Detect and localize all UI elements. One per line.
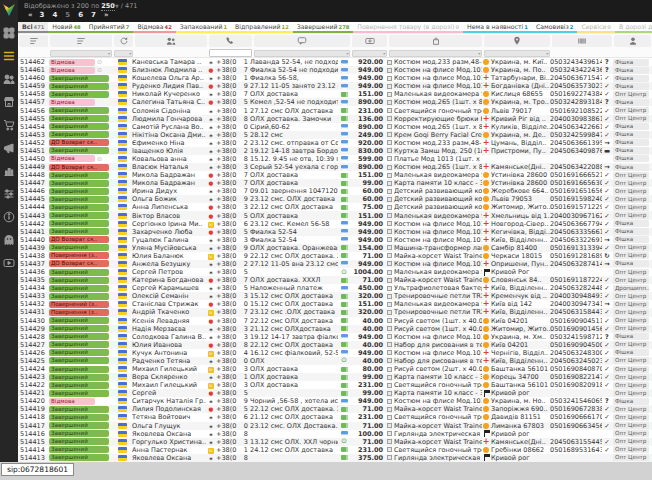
order-status[interactable]: Завершений (48, 454, 112, 461)
order-product[interactable]: Карта памяти 10 класс - 32Гб *1.. (386, 389, 482, 397)
order-status[interactable]: Завершений (48, 341, 112, 348)
order-row[interactable]: 514426 Завершений Кучук Антонина lc +38(… (18, 349, 652, 357)
order-row[interactable]: 514440 ДО Возврат ск.. Гуцалюк Галина * … (18, 236, 652, 244)
client-phone[interactable]: +38(0 (216, 454, 240, 462)
order-row[interactable]: 514433 Завершений Олексій Семанін * +38(… (18, 292, 652, 300)
tracking-number[interactable]: 20450636677947 (550, 220, 602, 228)
client-phone[interactable]: +38(0 (216, 430, 240, 438)
client-phone[interactable]: +38(0 (216, 236, 240, 244)
tracking-number[interactable]: 0501691666521 (550, 171, 602, 179)
order-comment[interactable]: ОЛХ доставка (250, 212, 338, 220)
order-row[interactable]: 514419 Завершений Лилия Подолинская ● +3… (18, 405, 652, 413)
client-name[interactable]: Сергей Карамышев (132, 284, 206, 292)
order-product[interactable]: Костюм мод.233 разм,48-58 (1.. (386, 58, 482, 66)
client-phone[interactable]: +38(0 (216, 220, 240, 228)
product-filter-select[interactable]: ▾ (389, 50, 482, 57)
client-phone[interactable]: +38(0 (216, 422, 240, 430)
order-row[interactable]: 514438 Повернення (з.. Юлия Баланюк lc +… (18, 252, 652, 260)
sidebar-mask-icon[interactable] (2, 233, 16, 247)
tab-11[interactable]: Сервіси0 (577, 22, 614, 33)
delivery-address[interactable]: +Татарбунари, Ві.. (482, 74, 550, 82)
client-phone[interactable]: +38(0 (216, 292, 240, 300)
tracking-number[interactable]: 0501690822147 (550, 373, 602, 381)
delivery-address[interactable]: +Богданівка (Дні.. (482, 82, 550, 90)
order-product[interactable]: Карта памяти 10 класс - 32ГБ *1.. (386, 179, 482, 187)
client-name[interactable]: Анна Липенська (132, 203, 206, 211)
tracking-number[interactable]: 20400309473416 (550, 300, 602, 308)
status-column-header[interactable] (50, 35, 112, 47)
order-row[interactable]: 514445 Завершений Ольга Божик * +38(0 9 … (18, 195, 652, 203)
order-status[interactable]: Завершений (48, 293, 112, 300)
order-comment[interactable]: Фиалка 52-54 не подходит (250, 66, 338, 74)
order-product[interactable]: Костюм на флисе Мод.1014 (1ш.. (386, 397, 482, 405)
order-comment[interactable]: 19.12 14-17 завтра фіалковий,.. (250, 333, 338, 341)
country-filter-select[interactable]: ▾ (114, 50, 133, 57)
order-comment[interactable]: ОЛХ доставка (250, 179, 338, 187)
order-product[interactable]: Светящийся гоночный трек Ma.. (386, 413, 482, 421)
client-phone[interactable]: +38(0 (216, 276, 240, 284)
order-product[interactable]: Костюм на флисе Мод.1014 (1ш.. (386, 220, 482, 228)
delivery-address[interactable]: Жеребкове 664.. (482, 187, 550, 195)
order-row[interactable]: 514461 Відмова⊙ Близнюк Людмила .. ● +38… (18, 66, 652, 74)
client-name[interactable]: Юлия Баланюк (132, 252, 206, 260)
tracking-number[interactable]: 20450636613955 (550, 139, 602, 147)
order-product[interactable]: Платье Мод 1013 (1шт. х 599.00.. (386, 155, 482, 163)
client-column-header[interactable] (135, 35, 207, 47)
client-name[interactable]: Гуцалюк Галина (132, 236, 206, 244)
delivery-address[interactable]: Давидів 81151 (482, 413, 550, 421)
order-comment[interactable]: 23.12 смс .ОЛХ доставка (250, 308, 338, 316)
order-product[interactable]: Костюм на флисе Мод.1014 (1ш.. (386, 333, 482, 341)
id-column-header[interactable] (19, 35, 48, 47)
client-phone[interactable]: +38(0 (216, 147, 240, 155)
order-status[interactable]: Повернення (з.. (48, 252, 112, 259)
tracking-number[interactable]: 20450635730230 (550, 82, 602, 90)
order-row[interactable]: 514441 Завершений Захарченко Люба ● +38(… (18, 228, 652, 236)
tab-4[interactable]: Відмова42 (133, 22, 175, 33)
client-name[interactable]: Лилия Подолинская (132, 405, 206, 413)
order-status[interactable]: Завершений (48, 172, 112, 179)
order-product[interactable]: Корректирующие брюки Hollyw.. (386, 115, 482, 123)
order-product[interactable]: Карта памяти 10 класс - 32Гб *1.. (386, 373, 482, 381)
client-phone[interactable]: +38(0 (216, 179, 240, 187)
order-product[interactable]: Майка-корсет Waist Trainer *142.. (386, 405, 482, 413)
order-row[interactable]: 514443 Завершений Віктор Власов ● +38(0 … (18, 211, 652, 219)
client-phone[interactable]: +38(0 (216, 389, 240, 397)
order-status[interactable]: Відмова⊙ (48, 155, 112, 163)
order-comment[interactable]: 09.01 звернення 10471203 04.. (250, 187, 338, 195)
client-name[interactable]: Олексій Семанін (132, 292, 206, 300)
order-row[interactable]: 514446 Завершений Ирина Дидух * +38(0 7 … (18, 187, 652, 195)
client-name[interactable]: Анжела Безушку (132, 260, 206, 268)
client-phone[interactable]: +38(0 (216, 308, 240, 316)
status-filter-select[interactable]: ▾ (50, 50, 112, 57)
order-comment[interactable]: ОЛХ доставка. Замочки (250, 115, 338, 123)
page-button-7[interactable]: 7 (91, 11, 96, 19)
sidebar-sliders-icon[interactable] (2, 187, 16, 201)
tab-3[interactable]: Прийнятий7 (85, 22, 134, 33)
order-comment[interactable]: Наложенный платеж (250, 284, 338, 292)
tracking-number[interactable]: 20450632450236 (550, 357, 602, 365)
delivery-address[interactable]: Корець 34700 (482, 373, 550, 381)
order-comment[interactable]: 16.12 смс фіалковий, 52-54 (250, 349, 338, 357)
order-comment[interactable]: Фиалка 52-54 (250, 228, 338, 236)
order-status[interactable]: Завершений (48, 228, 112, 235)
delivery-address[interactable]: +Чернігів, Віддiл.. (482, 349, 550, 357)
client-phone[interactable]: +38(0 (216, 212, 240, 220)
delivery-address[interactable]: Украина, м. Киї.. (482, 58, 550, 66)
tracking-number[interactable]: 0501690904500 (550, 341, 602, 349)
client-name[interactable]: Радченко Тетяна (132, 357, 206, 365)
order-row[interactable]: 514431 Повернення (з.. Андрій Ткаченко l… (18, 308, 652, 316)
order-product[interactable]: Маленькая видеокамера SQ8 *.. (386, 212, 482, 220)
delivery-address[interactable]: Львів 79053 (482, 195, 550, 203)
order-product[interactable]: Костюм на флисе Мод.1014 (1ш.. (386, 82, 482, 90)
order-comment[interactable]: ОЛХ доставка. Оранжевая (250, 244, 338, 252)
order-status[interactable]: ДО Возврат ск.. (48, 260, 112, 267)
client-phone[interactable]: +38(0 (216, 66, 240, 74)
tracking-number[interactable]: 0501691598240 (550, 195, 602, 203)
client-name[interactable]: Катерина Богданова (132, 276, 206, 284)
order-comment[interactable]: 23.12 смс. ОЛХ доставка (250, 195, 338, 203)
tracking-number[interactable]: 0501691571229 (550, 203, 602, 211)
order-product[interactable]: Костюм на флисе Мод.1014 (1ш.. (386, 349, 482, 357)
client-name[interactable]: Тетяна Войтович (132, 413, 206, 421)
order-product[interactable]: Костюм мод.265 (1шт. х 890.00.. (386, 123, 482, 131)
client-name[interactable]: Захарченко Люба (132, 228, 206, 236)
